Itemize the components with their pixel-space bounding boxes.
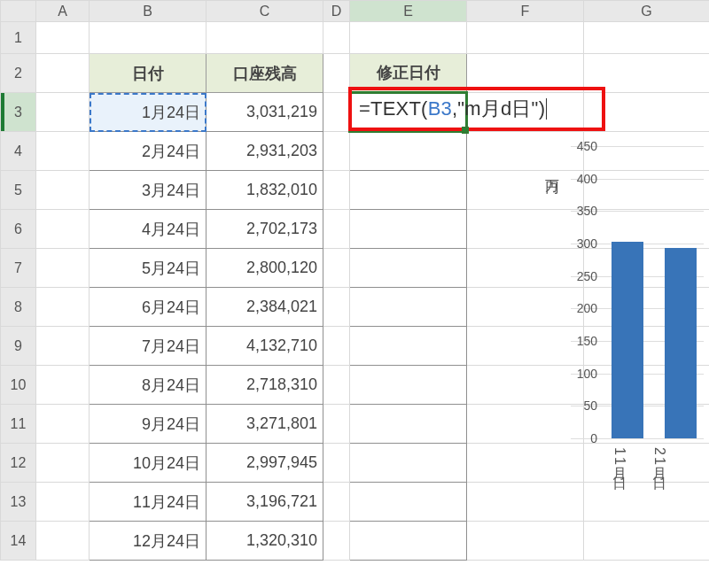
cell-A3[interactable]	[36, 93, 90, 132]
cell-D2[interactable]	[323, 54, 350, 93]
cell-B5[interactable]: 3月24日	[90, 171, 206, 210]
cell-E9[interactable]	[350, 327, 467, 366]
cell-C5[interactable]: 1,832,010	[206, 171, 323, 210]
cell-D1[interactable]	[323, 22, 350, 54]
cell-E4[interactable]	[350, 132, 467, 171]
cell-E5[interactable]	[350, 171, 467, 210]
row-header-9[interactable]: 9	[1, 327, 36, 366]
cell-A7[interactable]	[36, 249, 90, 288]
cell-B8[interactable]: 6月24日	[90, 288, 206, 327]
column-header-row[interactable]: A B C D E F G	[1, 1, 710, 22]
cell-A2[interactable]	[36, 54, 90, 93]
cell-D12[interactable]	[323, 444, 350, 483]
col-header-D[interactable]: D	[323, 1, 350, 22]
cell-C14[interactable]: 1,320,310	[206, 522, 323, 561]
select-all-corner[interactable]	[1, 1, 36, 22]
row-header-8[interactable]: 8	[1, 288, 36, 327]
cell-F1[interactable]	[467, 22, 584, 54]
cell-C7[interactable]: 2,800,120	[206, 249, 323, 288]
row-3[interactable]: 3 1月24日 3,031,219 =TEXT(B3,"m月d日")	[1, 93, 710, 132]
cell-A14[interactable]	[36, 522, 90, 561]
cell-D4[interactable]	[323, 132, 350, 171]
cell-E10[interactable]	[350, 366, 467, 405]
cell-B12[interactable]: 10月24日	[90, 444, 206, 483]
row-header-1[interactable]: 1	[1, 22, 36, 54]
cell-C1[interactable]	[206, 22, 323, 54]
cell-C6[interactable]: 2,702,173	[206, 210, 323, 249]
cell-D9[interactable]	[323, 327, 350, 366]
row-header-5[interactable]: 5	[1, 171, 36, 210]
cell-C12[interactable]: 2,997,945	[206, 444, 323, 483]
cell-A4[interactable]	[36, 132, 90, 171]
cell-B11[interactable]: 9月24日	[90, 405, 206, 444]
row-header-4[interactable]: 4	[1, 132, 36, 171]
cell-C8[interactable]: 2,384,021	[206, 288, 323, 327]
row-header-6[interactable]: 6	[1, 210, 36, 249]
cell-B13[interactable]: 11月24日	[90, 483, 206, 522]
cell-B4[interactable]: 2月24日	[90, 132, 206, 171]
cell-B14[interactable]: 12月24日	[90, 522, 206, 561]
cell-C11[interactable]: 3,271,801	[206, 405, 323, 444]
cell-D10[interactable]	[323, 366, 350, 405]
row-header-7[interactable]: 7	[1, 249, 36, 288]
row-header-3[interactable]: 3	[1, 93, 36, 132]
cell-E1[interactable]	[350, 22, 467, 54]
cell-E11[interactable]	[350, 405, 467, 444]
cell-G1[interactable]	[584, 22, 710, 54]
cell-B6[interactable]: 4月24日	[90, 210, 206, 249]
cell-E6[interactable]	[350, 210, 467, 249]
cell-A10[interactable]	[36, 366, 90, 405]
row-1[interactable]: 1	[1, 22, 710, 54]
cell-A8[interactable]	[36, 288, 90, 327]
cell-D5[interactable]	[323, 171, 350, 210]
cell-A12[interactable]	[36, 444, 90, 483]
col-header-F[interactable]: F	[467, 1, 584, 22]
col-header-B[interactable]: B	[90, 1, 206, 22]
col-header-E[interactable]: E	[350, 1, 467, 22]
row-header-11[interactable]: 11	[1, 405, 36, 444]
cell-C13[interactable]: 3,196,721	[206, 483, 323, 522]
cell-C3[interactable]: 3,031,219	[206, 93, 323, 132]
cell-C9[interactable]: 4,132,710	[206, 327, 323, 366]
cell-A13[interactable]	[36, 483, 90, 522]
row-header-12[interactable]: 12	[1, 444, 36, 483]
cell-B10[interactable]: 8月24日	[90, 366, 206, 405]
cell-B1[interactable]	[90, 22, 206, 54]
cell-A5[interactable]	[36, 171, 90, 210]
header-date[interactable]: 日付	[90, 54, 206, 93]
cell-D8[interactable]	[323, 288, 350, 327]
cell-E8[interactable]	[350, 288, 467, 327]
cell-A9[interactable]	[36, 327, 90, 366]
row-header-2[interactable]: 2	[1, 54, 36, 93]
cell-C4[interactable]: 2,931,203	[206, 132, 323, 171]
cell-E7[interactable]	[350, 249, 467, 288]
cell-E13[interactable]	[350, 483, 467, 522]
cell-A6[interactable]	[36, 210, 90, 249]
cell-A1[interactable]	[36, 22, 90, 54]
fill-handle[interactable]	[462, 127, 469, 134]
header-balance[interactable]: 口座残高	[206, 54, 323, 93]
cell-A11[interactable]	[36, 405, 90, 444]
cell-D3[interactable]	[323, 93, 350, 132]
row-header-10[interactable]: 10	[1, 366, 36, 405]
row-header-13[interactable]: 13	[1, 483, 36, 522]
cell-B3-referenced[interactable]: 1月24日	[90, 93, 206, 132]
col-header-G[interactable]: G	[584, 1, 710, 22]
chart-bar[interactable]	[612, 242, 643, 438]
cell-D6[interactable]	[323, 210, 350, 249]
chart-bar[interactable]	[665, 248, 697, 438]
row-header-14[interactable]: 14	[1, 522, 36, 561]
cell-B7[interactable]: 5月24日	[90, 249, 206, 288]
cell-E12[interactable]	[350, 444, 467, 483]
cell-B9[interactable]: 7月24日	[90, 327, 206, 366]
formula-edit-overlay[interactable]: =TEXT(B3,"m月d日")	[348, 87, 605, 131]
cell-D13[interactable]	[323, 483, 350, 522]
cell-E14[interactable]	[350, 522, 467, 561]
cell-C10[interactable]: 2,718,310	[206, 366, 323, 405]
cell-D7[interactable]	[323, 249, 350, 288]
col-header-C[interactable]: C	[206, 1, 323, 22]
embedded-chart[interactable]: 万円 050100150200250300350400450 1月1日2月1日	[532, 133, 709, 576]
cell-D14[interactable]	[323, 522, 350, 561]
cell-E3-editing[interactable]: =TEXT(B3,"m月d日")	[350, 93, 467, 132]
col-header-A[interactable]: A	[36, 1, 90, 22]
